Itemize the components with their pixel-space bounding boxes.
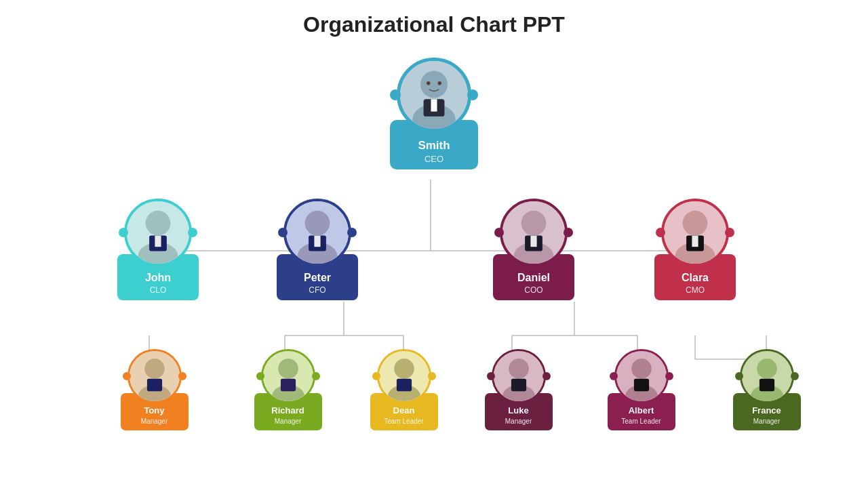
svg-point-41 [683,211,708,236]
svg-rect-22 [431,99,437,111]
node-daniel: Daniel COO [490,199,578,300]
node-richard: Richard Manager [252,349,323,430]
node-smith: Smith CEO [387,58,481,169]
node-clara: Clara CMO [651,199,739,300]
node-peter: Peter CFO [273,199,361,300]
node-luke: Luke Manager [483,349,554,430]
svg-point-24 [437,81,441,85]
svg-rect-56 [396,379,411,392]
svg-rect-29 [155,236,161,247]
node-tony: Tony Manager [119,349,190,430]
node-france: France Manager [731,349,802,430]
page-title: Organizational Chart PPT [0,0,868,44]
chart-container: Smith CEO John CLO [0,44,868,488]
svg-rect-48 [146,379,161,392]
svg-rect-44 [692,236,698,247]
node-albert: Albert Team Leader [606,349,677,430]
node-dean: Dean Team Leader [368,349,439,430]
svg-point-31 [305,211,330,236]
svg-rect-52 [280,379,295,392]
svg-point-50 [278,359,298,379]
svg-point-23 [427,81,430,85]
node-john: John CLO [114,199,202,300]
svg-rect-60 [511,379,526,392]
svg-rect-34 [314,236,320,247]
svg-point-26 [146,211,171,236]
svg-point-46 [144,359,165,379]
svg-point-36 [521,211,547,236]
svg-point-19 [420,71,448,98]
svg-point-66 [757,359,777,379]
svg-point-58 [509,359,529,379]
svg-rect-64 [633,379,648,392]
svg-point-54 [394,359,414,379]
svg-rect-39 [530,236,536,247]
svg-rect-68 [759,379,774,392]
svg-point-62 [631,359,652,379]
